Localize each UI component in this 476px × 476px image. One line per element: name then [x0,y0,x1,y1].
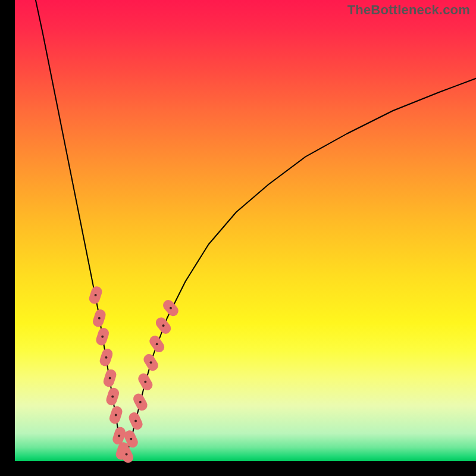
marker-joint [139,401,142,403]
marker-joint [126,453,128,455]
marker-joint [170,307,172,309]
marker-joint [115,414,117,416]
marker-joint [144,381,146,383]
marker-joint [162,324,165,327]
marker-joint [101,336,104,338]
marker-joint [156,343,158,345]
marker-joint [98,317,101,320]
chart-svg [15,0,476,461]
marker-joint [150,361,152,364]
marker-joint [134,420,137,422]
marker-joint [118,434,120,437]
marker-joint [95,294,97,296]
marker-joint [111,396,114,398]
marker-joint [105,356,107,359]
chart-frame: TheBottleneck.com [15,0,476,461]
curve-right-branch [124,79,476,460]
marker-joint [130,438,132,440]
marker-joint [109,377,111,380]
